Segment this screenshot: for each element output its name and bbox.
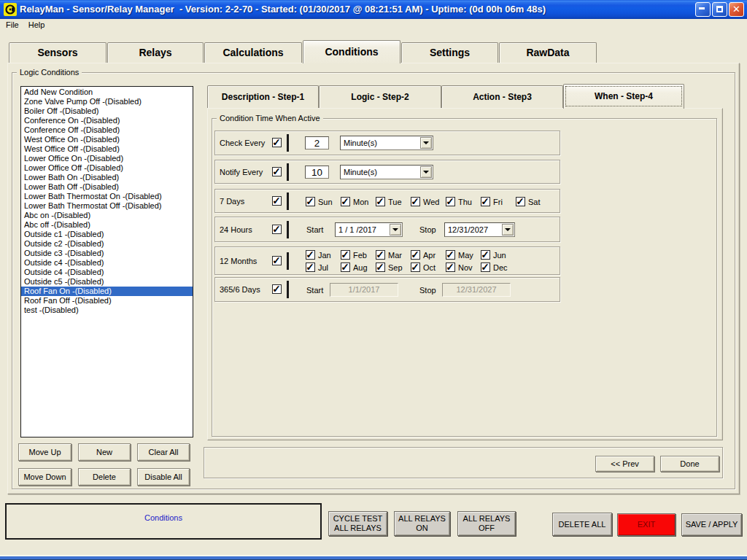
day-checkbox-item[interactable]: Thu <box>446 196 472 206</box>
month-checkbox-item[interactable]: Jul <box>306 262 328 272</box>
condition-list-item[interactable]: Lower Bath Thermostat Off -(Disabled) <box>21 201 193 211</box>
main-tab[interactable]: Sensors <box>9 42 107 63</box>
new-button[interactable]: New <box>78 443 131 461</box>
day-checkbox-item[interactable]: Tue <box>376 196 402 206</box>
month-checkbox-item[interactable]: May <box>446 249 473 260</box>
year-days-checkbox[interactable] <box>272 284 282 294</box>
close-button[interactable]: ✕ <box>729 2 744 17</box>
condition-list-item[interactable]: Outside c5 -(Disabled) <box>21 277 193 287</box>
disable-all-button[interactable]: Disable All <box>137 468 190 486</box>
menu-item[interactable]: File <box>2 19 23 29</box>
all-relays-on-button[interactable]: ALL RELAYS ON <box>394 511 450 536</box>
month-checkbox[interactable] <box>446 250 455 260</box>
month-checkbox[interactable] <box>411 250 420 260</box>
month-checkbox[interactable] <box>411 262 420 272</box>
check-every-unit-select[interactable]: Minute(s) <box>340 136 433 150</box>
check-every-checkbox[interactable] <box>272 138 282 147</box>
main-tab[interactable]: Settings <box>401 42 498 63</box>
condition-list-item[interactable]: Abc on -(Disabled) <box>21 211 193 220</box>
month-checkbox[interactable] <box>481 262 490 272</box>
main-tab[interactable]: RawData <box>499 42 597 63</box>
step-tab[interactable]: Logic - Step-2 <box>319 85 441 108</box>
condition-list-item[interactable]: Lower Bath Off -(Disabled) <box>21 182 193 192</box>
condition-list-item[interactable]: Outside c3 -(Disabled) <box>21 249 193 258</box>
month-checkbox-item[interactable]: Apr <box>411 249 436 260</box>
month-checkbox[interactable] <box>446 262 455 272</box>
step-tab[interactable]: When - Step-4 <box>563 84 684 109</box>
main-tab[interactable]: Conditions <box>303 40 400 63</box>
day-checkbox[interactable] <box>341 197 350 206</box>
condition-list-item[interactable]: Zone Valve Pump Off -(Disabled) <box>21 97 193 106</box>
delete-button[interactable]: Delete <box>78 468 131 486</box>
dropdown-arrow-icon[interactable] <box>420 166 432 178</box>
condition-list-item[interactable]: Lower Office Off -(Disabled) <box>21 163 193 173</box>
month-checkbox[interactable] <box>376 250 385 260</box>
done-button[interactable]: Done <box>660 456 719 472</box>
month-checkbox[interactable] <box>306 250 315 260</box>
dropdown-arrow-icon[interactable] <box>502 224 514 236</box>
day-checkbox-item[interactable]: Sun <box>306 196 333 206</box>
condition-list-item[interactable]: West Office On -(Disabled) <box>21 135 193 144</box>
all-relays-off-button[interactable]: ALL RELAYS OFF <box>457 511 516 536</box>
condition-list-item[interactable]: Lower Bath On -(Disabled) <box>21 173 193 182</box>
twelve-months-checkbox[interactable] <box>272 256 282 265</box>
main-tab[interactable]: Relays <box>107 42 204 63</box>
condition-list-item[interactable]: Lower Office On -(Disabled) <box>21 154 193 163</box>
month-checkbox-item[interactable]: Nov <box>446 262 473 272</box>
month-checkbox[interactable] <box>341 250 350 260</box>
dropdown-arrow-icon[interactable] <box>390 224 401 236</box>
day-checkbox[interactable] <box>306 197 315 206</box>
month-checkbox[interactable] <box>376 262 385 272</box>
day-checkbox-item[interactable]: Sat <box>516 196 541 206</box>
minimize-button[interactable] <box>695 2 711 17</box>
month-checkbox-item[interactable]: Jan <box>306 249 331 260</box>
day-checkbox[interactable] <box>481 197 490 206</box>
conditions-list[interactable]: Add New Condition Zone Valve Pump Off -(… <box>20 86 193 438</box>
dropdown-arrow-icon[interactable] <box>420 137 432 149</box>
month-checkbox[interactable] <box>306 262 315 272</box>
condition-list-item[interactable]: Outside c1 -(Disabled) <box>21 230 193 239</box>
day-checkbox[interactable] <box>516 197 525 206</box>
condition-list-item[interactable]: Outside c4 -(Disabled) <box>21 268 193 277</box>
month-checkbox-item[interactable]: Jun <box>481 249 506 260</box>
check-every-value-input[interactable] <box>305 136 329 149</box>
condition-list-item[interactable]: Add New Condition <box>21 88 193 97</box>
prev-button[interactable]: << Prev <box>595 456 654 472</box>
main-tab[interactable]: Calculations <box>204 42 302 63</box>
month-checkbox-item[interactable]: Sep <box>376 262 403 272</box>
month-checkbox-item[interactable]: Mar <box>376 249 402 260</box>
day-checkbox-item[interactable]: Mon <box>341 196 368 206</box>
month-checkbox[interactable] <box>481 250 490 260</box>
month-checkbox-item[interactable]: Dec <box>481 262 508 272</box>
delete-all-button[interactable]: DELETE ALL <box>552 513 612 536</box>
start-date-select[interactable]: 1 / 1 /2017 <box>335 222 403 237</box>
notify-every-unit-select[interactable]: Minute(s) <box>340 165 433 179</box>
day-checkbox-item[interactable]: Wed <box>411 196 439 206</box>
condition-list-item[interactable]: West Office Off -(Disabled) <box>21 144 193 154</box>
condition-list-item[interactable]: Conference On -(Disabled) <box>21 116 193 125</box>
condition-list-item[interactable]: Roof Fan On -(Disabled) <box>21 287 193 296</box>
condition-list-item[interactable]: Abc off -(Disabled) <box>21 220 193 230</box>
condition-list-item[interactable]: Lower Bath Thermostat On -(Disabled) <box>21 192 193 201</box>
condition-list-item[interactable]: Boiler Off -(Disabled) <box>21 106 193 116</box>
exit-button[interactable]: EXIT <box>617 513 676 536</box>
save-apply-button[interactable]: SAVE / APPLY <box>681 513 742 536</box>
move-down-button[interactable]: Move Down <box>18 468 71 486</box>
condition-list-item[interactable]: Outside c2 -(Disabled) <box>21 239 193 249</box>
step-tab[interactable]: Action - Step3 <box>441 85 563 108</box>
move-up-button[interactable]: Move Up <box>18 443 71 461</box>
day-checkbox-item[interactable]: Fri <box>481 196 503 206</box>
condition-list-item[interactable]: Conference Off -(Disabled) <box>21 125 193 135</box>
notify-every-value-input[interactable] <box>305 166 329 179</box>
month-checkbox[interactable] <box>341 262 350 272</box>
stop-date-select[interactable]: 12/31/2027 <box>444 222 515 237</box>
day-checkbox[interactable] <box>446 197 455 206</box>
clear-all-button[interactable]: Clear All <box>137 443 190 461</box>
seven-days-checkbox[interactable] <box>272 196 282 206</box>
condition-list-item[interactable]: Roof Fan Off -(Disabled) <box>21 296 193 306</box>
cycle-test-all-relays-button[interactable]: CYCLE TEST ALL RELAYS <box>328 511 387 536</box>
month-checkbox-item[interactable]: Feb <box>341 249 367 260</box>
step-tab[interactable]: Description - Step-1 <box>207 85 319 108</box>
notify-every-checkbox[interactable] <box>272 167 282 176</box>
maximize-button[interactable] <box>712 2 727 17</box>
